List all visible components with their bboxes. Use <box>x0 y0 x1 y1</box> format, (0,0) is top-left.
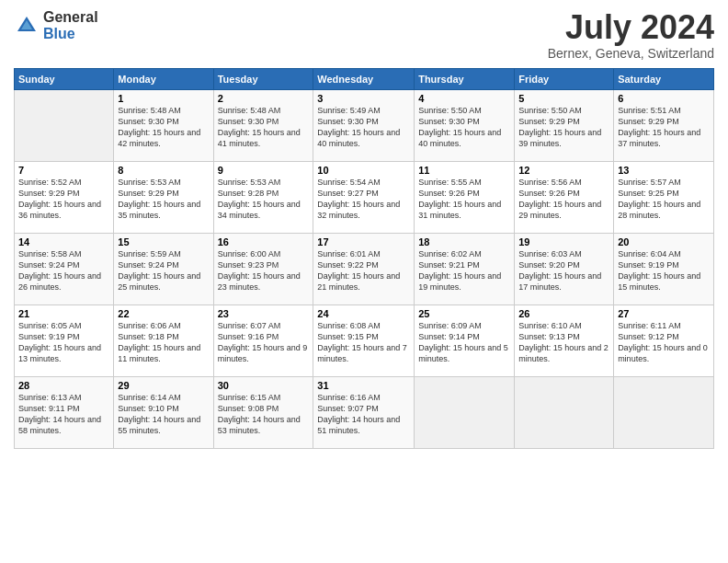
location-text: Bernex, Geneva, Switzerland <box>548 46 714 61</box>
day-number: 23 <box>218 308 310 319</box>
day-number: 9 <box>218 165 310 176</box>
day-info: Sunrise: 6:00 AMSunset: 9:23 PMDaylight:… <box>218 248 310 293</box>
day-number: 11 <box>418 165 510 176</box>
day-info: Sunrise: 6:03 AMSunset: 9:20 PMDaylight:… <box>518 248 609 293</box>
month-title: July 2024 <box>548 9 714 46</box>
day-number: 8 <box>118 165 209 176</box>
day-info: Sunrise: 6:13 AMSunset: 9:11 PMDaylight:… <box>18 392 109 437</box>
day-info: Sunrise: 6:07 AMSunset: 9:16 PMDaylight:… <box>218 320 310 365</box>
calendar-cell: 30Sunrise: 6:15 AMSunset: 9:08 PMDayligh… <box>213 376 313 448</box>
calendar-cell: 19Sunrise: 6:03 AMSunset: 9:20 PMDayligh… <box>515 233 614 304</box>
calendar-cell: 14Sunrise: 5:58 AMSunset: 9:24 PMDayligh… <box>15 233 114 304</box>
day-number: 27 <box>618 308 710 319</box>
day-number: 6 <box>618 93 710 104</box>
day-number: 14 <box>18 236 109 247</box>
calendar-cell: 10Sunrise: 5:54 AMSunset: 9:27 PMDayligh… <box>313 161 415 233</box>
calendar-cell: 28Sunrise: 6:13 AMSunset: 9:11 PMDayligh… <box>15 376 114 448</box>
day-info: Sunrise: 5:53 AMSunset: 9:29 PMDaylight:… <box>118 177 209 222</box>
day-info: Sunrise: 5:52 AMSunset: 9:29 PMDaylight:… <box>18 177 109 222</box>
day-info: Sunrise: 6:08 AMSunset: 9:15 PMDaylight:… <box>317 320 410 365</box>
calendar-week-1: 1Sunrise: 5:48 AMSunset: 9:30 PMDaylight… <box>15 89 714 161</box>
logo-blue-text: Blue <box>43 26 98 42</box>
day-info: Sunrise: 5:49 AMSunset: 9:30 PMDaylight:… <box>317 105 410 150</box>
calendar-week-2: 7Sunrise: 5:52 AMSunset: 9:29 PMDaylight… <box>15 161 714 233</box>
day-info: Sunrise: 6:16 AMSunset: 9:07 PMDaylight:… <box>317 392 410 437</box>
calendar-cell: 20Sunrise: 6:04 AMSunset: 9:19 PMDayligh… <box>614 233 714 304</box>
day-info: Sunrise: 6:02 AMSunset: 9:21 PMDaylight:… <box>418 248 510 293</box>
logo: General Blue <box>14 9 98 41</box>
calendar-week-5: 28Sunrise: 6:13 AMSunset: 9:11 PMDayligh… <box>15 376 714 448</box>
day-info: Sunrise: 6:05 AMSunset: 9:19 PMDaylight:… <box>18 320 109 365</box>
calendar-cell: 21Sunrise: 6:05 AMSunset: 9:19 PMDayligh… <box>15 304 114 376</box>
day-info: Sunrise: 5:59 AMSunset: 9:24 PMDaylight:… <box>118 248 209 293</box>
weekday-header-friday: Friday <box>515 68 614 89</box>
logo-text: General Blue <box>43 9 98 41</box>
day-number: 12 <box>518 165 609 176</box>
calendar-body: 1Sunrise: 5:48 AMSunset: 9:30 PMDaylight… <box>15 89 714 448</box>
day-info: Sunrise: 5:57 AMSunset: 9:25 PMDaylight:… <box>618 177 710 222</box>
calendar-cell: 4Sunrise: 5:50 AMSunset: 9:30 PMDaylight… <box>415 89 515 161</box>
calendar-week-3: 14Sunrise: 5:58 AMSunset: 9:24 PMDayligh… <box>15 233 714 304</box>
day-number: 30 <box>218 380 310 391</box>
logo-icon <box>14 13 40 39</box>
calendar-cell: 6Sunrise: 5:51 AMSunset: 9:29 PMDaylight… <box>614 89 714 161</box>
day-number: 28 <box>18 380 109 391</box>
day-number: 2 <box>218 93 310 104</box>
calendar-cell: 18Sunrise: 6:02 AMSunset: 9:21 PMDayligh… <box>415 233 515 304</box>
calendar-cell: 13Sunrise: 5:57 AMSunset: 9:25 PMDayligh… <box>614 161 714 233</box>
weekday-header-sunday: Sunday <box>15 68 114 89</box>
calendar-cell: 25Sunrise: 6:09 AMSunset: 9:14 PMDayligh… <box>415 304 515 376</box>
day-number: 18 <box>418 236 510 247</box>
title-block: July 2024 Bernex, Geneva, Switzerland <box>548 9 714 61</box>
day-info: Sunrise: 6:10 AMSunset: 9:13 PMDaylight:… <box>518 320 609 365</box>
calendar-cell: 7Sunrise: 5:52 AMSunset: 9:29 PMDaylight… <box>15 161 114 233</box>
day-info: Sunrise: 5:56 AMSunset: 9:26 PMDaylight:… <box>518 177 609 222</box>
day-number: 24 <box>317 308 410 319</box>
weekday-row: SundayMondayTuesdayWednesdayThursdayFrid… <box>15 68 714 89</box>
calendar-cell: 11Sunrise: 5:55 AMSunset: 9:26 PMDayligh… <box>415 161 515 233</box>
calendar-cell: 3Sunrise: 5:49 AMSunset: 9:30 PMDaylight… <box>313 89 415 161</box>
calendar-cell: 1Sunrise: 5:48 AMSunset: 9:30 PMDaylight… <box>114 89 213 161</box>
day-number: 26 <box>518 308 609 319</box>
weekday-header-tuesday: Tuesday <box>213 68 313 89</box>
calendar-cell <box>614 376 714 448</box>
calendar-cell: 8Sunrise: 5:53 AMSunset: 9:29 PMDaylight… <box>114 161 213 233</box>
calendar-cell: 17Sunrise: 6:01 AMSunset: 9:22 PMDayligh… <box>313 233 415 304</box>
calendar-cell: 29Sunrise: 6:14 AMSunset: 9:10 PMDayligh… <box>114 376 213 448</box>
day-number: 16 <box>218 236 310 247</box>
day-number: 4 <box>418 93 510 104</box>
calendar-header: SundayMondayTuesdayWednesdayThursdayFrid… <box>15 68 714 89</box>
day-number: 1 <box>118 93 209 104</box>
day-number: 25 <box>418 308 510 319</box>
calendar-cell: 26Sunrise: 6:10 AMSunset: 9:13 PMDayligh… <box>515 304 614 376</box>
calendar-cell <box>515 376 614 448</box>
day-number: 13 <box>618 165 710 176</box>
calendar-cell: 15Sunrise: 5:59 AMSunset: 9:24 PMDayligh… <box>114 233 213 304</box>
day-info: Sunrise: 5:48 AMSunset: 9:30 PMDaylight:… <box>218 105 310 150</box>
day-number: 10 <box>317 165 410 176</box>
calendar-cell: 23Sunrise: 6:07 AMSunset: 9:16 PMDayligh… <box>213 304 313 376</box>
day-number: 31 <box>317 380 410 391</box>
calendar-cell: 22Sunrise: 6:06 AMSunset: 9:18 PMDayligh… <box>114 304 213 376</box>
page-header: General Blue July 2024 Bernex, Geneva, S… <box>14 9 714 61</box>
calendar-cell: 31Sunrise: 6:16 AMSunset: 9:07 PMDayligh… <box>313 376 415 448</box>
logo-general-text: General <box>43 9 98 26</box>
day-number: 22 <box>118 308 209 319</box>
calendar-cell: 9Sunrise: 5:53 AMSunset: 9:28 PMDaylight… <box>213 161 313 233</box>
calendar-cell <box>15 89 114 161</box>
weekday-header-monday: Monday <box>114 68 213 89</box>
day-number: 15 <box>118 236 209 247</box>
calendar-cell: 24Sunrise: 6:08 AMSunset: 9:15 PMDayligh… <box>313 304 415 376</box>
day-info: Sunrise: 6:01 AMSunset: 9:22 PMDaylight:… <box>317 248 410 293</box>
day-info: Sunrise: 6:06 AMSunset: 9:18 PMDaylight:… <box>118 320 209 365</box>
day-number: 21 <box>18 308 109 319</box>
day-info: Sunrise: 6:09 AMSunset: 9:14 PMDaylight:… <box>418 320 510 365</box>
calendar-cell: 12Sunrise: 5:56 AMSunset: 9:26 PMDayligh… <box>515 161 614 233</box>
calendar-cell: 2Sunrise: 5:48 AMSunset: 9:30 PMDaylight… <box>213 89 313 161</box>
day-info: Sunrise: 6:04 AMSunset: 9:19 PMDaylight:… <box>618 248 710 293</box>
day-number: 19 <box>518 236 609 247</box>
weekday-header-saturday: Saturday <box>614 68 714 89</box>
day-info: Sunrise: 5:58 AMSunset: 9:24 PMDaylight:… <box>18 248 109 293</box>
day-info: Sunrise: 5:48 AMSunset: 9:30 PMDaylight:… <box>118 105 209 150</box>
day-info: Sunrise: 5:50 AMSunset: 9:30 PMDaylight:… <box>418 105 510 150</box>
